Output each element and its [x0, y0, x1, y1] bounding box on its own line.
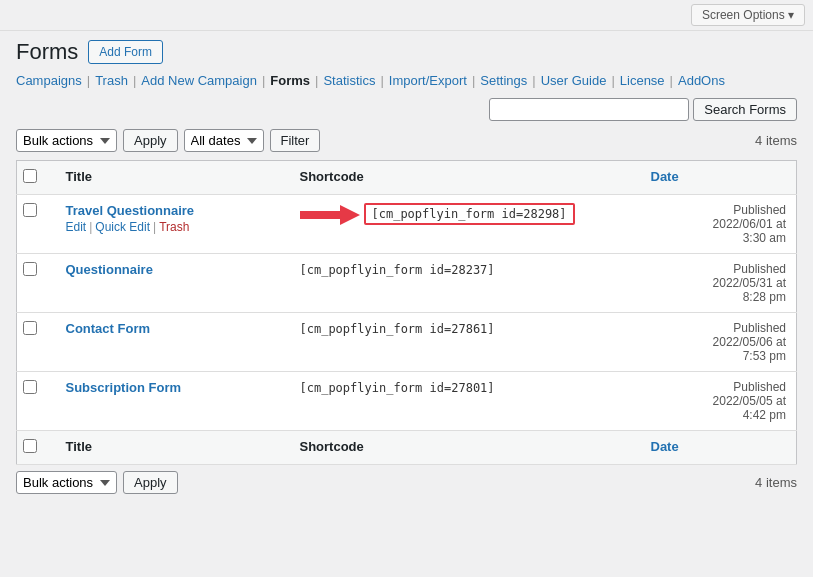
row-checkbox-2[interactable] — [23, 262, 37, 276]
form-title-link-1[interactable]: Travel Questionnaire — [66, 203, 195, 218]
nav-item-forms: Forms — [270, 73, 310, 88]
column-header-title: Title — [56, 161, 290, 195]
table-row: Travel QuestionnaireEdit|Quick Edit|Tras… — [17, 195, 797, 254]
nav-item-user-guide[interactable]: User Guide — [541, 73, 607, 88]
nav-links: Campaigns|Trash|Add New Campaign|Forms|S… — [16, 73, 797, 88]
items-count-bottom: 4 items — [755, 475, 797, 490]
form-title-link-4[interactable]: Subscription Form — [66, 380, 182, 395]
column-footer-shortcode: Shortcode — [290, 431, 641, 465]
nav-item-statistics[interactable]: Statistics — [323, 73, 375, 88]
shortcode-value-2: [cm_popflyin_form id=28237] — [300, 263, 495, 277]
column-footer-title: Title — [56, 431, 290, 465]
select-all-checkbox[interactable] — [23, 169, 37, 183]
date-cell-1: Published 2022/06/01 at 3:30 am — [641, 195, 797, 254]
nav-item-addons[interactable]: AddOns — [678, 73, 725, 88]
bulk-actions-select-top[interactable]: Bulk actions — [16, 129, 117, 152]
select-all-checkbox-footer[interactable] — [23, 439, 37, 453]
row-action-quick-edit-1[interactable]: Quick Edit — [95, 220, 150, 234]
nav-item-add-new-campaign[interactable]: Add New Campaign — [141, 73, 257, 88]
shortcode-value-highlighted-1: [cm_popflyin_form id=28298] — [364, 203, 575, 225]
row-checkbox-4[interactable] — [23, 380, 37, 394]
table-row: Contact Form[cm_popflyin_form id=27861]P… — [17, 313, 797, 372]
search-input[interactable] — [489, 98, 689, 121]
tablenav-bottom: Bulk actions Apply 4 items — [16, 471, 797, 494]
tablenav-top: Bulk actions Apply All dates Filter 4 it… — [16, 127, 797, 154]
svg-marker-0 — [300, 205, 360, 225]
nav-item-import/export[interactable]: Import/Export — [389, 73, 467, 88]
add-form-button[interactable]: Add Form — [88, 40, 163, 64]
forms-table: Title Shortcode Date Travel Questionnair… — [16, 160, 797, 465]
table-row: Questionnaire[cm_popflyin_form id=28237]… — [17, 254, 797, 313]
shortcode-value-3: [cm_popflyin_form id=27861] — [300, 322, 495, 336]
bulk-actions-select-bottom[interactable]: Bulk actions — [16, 471, 117, 494]
search-forms-button[interactable]: Search Forms — [693, 98, 797, 121]
column-header-date[interactable]: Date — [641, 161, 797, 195]
date-cell-2: Published 2022/05/31 at 8:28 pm — [641, 254, 797, 313]
items-count-top: 4 items — [755, 133, 797, 148]
nav-item-campaigns[interactable]: Campaigns — [16, 73, 82, 88]
column-header-shortcode: Shortcode — [290, 161, 641, 195]
nav-item-license[interactable]: License — [620, 73, 665, 88]
page-title: Forms — [16, 39, 78, 65]
select-all-footer[interactable] — [17, 431, 56, 465]
column-footer-date[interactable]: Date — [641, 431, 797, 465]
date-filter-select[interactable]: All dates — [184, 129, 264, 152]
row-action-edit-1[interactable]: Edit — [66, 220, 87, 234]
date-cell-4: Published 2022/05/05 at 4:42 pm — [641, 372, 797, 431]
form-title-link-2[interactable]: Questionnaire — [66, 262, 153, 277]
nav-item-trash[interactable]: Trash — [95, 73, 128, 88]
row-checkbox-3[interactable] — [23, 321, 37, 335]
row-action-trash-1[interactable]: Trash — [159, 220, 189, 234]
apply-button-top[interactable]: Apply — [123, 129, 178, 152]
date-cell-3: Published 2022/05/06 at 7:53 pm — [641, 313, 797, 372]
filter-button[interactable]: Filter — [270, 129, 321, 152]
shortcode-value-4: [cm_popflyin_form id=27801] — [300, 381, 495, 395]
row-checkbox-1[interactable] — [23, 203, 37, 217]
form-title-link-3[interactable]: Contact Form — [66, 321, 151, 336]
table-row: Subscription Form[cm_popflyin_form id=27… — [17, 372, 797, 431]
select-all-header[interactable] — [17, 161, 56, 195]
nav-item-settings[interactable]: Settings — [480, 73, 527, 88]
red-arrow-icon — [300, 203, 360, 227]
apply-button-bottom[interactable]: Apply — [123, 471, 178, 494]
screen-options-button[interactable]: Screen Options — [691, 4, 805, 26]
